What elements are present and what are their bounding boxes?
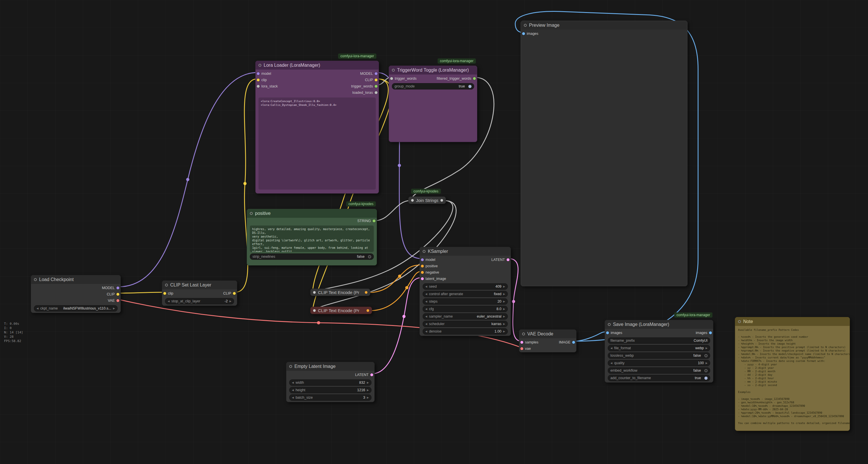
input-port-positive[interactable] [421, 265, 424, 267]
input-port-images[interactable] [522, 32, 525, 35]
node-title-bar[interactable]: positive [247, 209, 377, 218]
output-port-conditioning[interactable] [365, 291, 367, 294]
combo-right-arrow-icon[interactable]: ▶ [706, 362, 708, 365]
embed-workflow-toggle-widget[interactable]: embed_workflowfalse [608, 367, 710, 374]
input-port-model[interactable] [257, 72, 259, 75]
combo-right-arrow-icon[interactable]: ▶ [503, 330, 505, 333]
node-graph-canvas[interactable]: T: 0.00s I: 0 N: 14 [14] V: 28 FPS:58.82… [0, 0, 868, 464]
toggle-off-icon[interactable] [368, 255, 371, 258]
combo-left-arrow-icon[interactable]: ◀ [425, 293, 427, 295]
node-preview-image[interactable]: Preview Image images [521, 21, 687, 286]
toggle-on-icon[interactable] [468, 85, 471, 88]
output-port-clip[interactable] [375, 79, 377, 81]
node-vae-decode[interactable]: VAE Decode samples IMAGE vae [519, 329, 577, 352]
input-port-images[interactable] [606, 331, 609, 334]
output-port-clip[interactable] [233, 292, 236, 295]
file-format-widget[interactable]: ◀file_formatwebp▶ [608, 345, 710, 351]
output-port-model[interactable] [375, 72, 377, 75]
combo-right-arrow-icon[interactable]: ▶ [503, 308, 505, 310]
output-port-images[interactable] [709, 331, 712, 334]
combo-left-arrow-icon[interactable]: ◀ [425, 323, 427, 325]
node-title-bar[interactable]: Preview Image [521, 21, 687, 30]
node-triggerword-toggle[interactable]: TriggerWord Toggle (LoraManager) trigger… [389, 65, 477, 142]
collapse-dot-icon[interactable] [34, 278, 37, 281]
combo-left-arrow-icon[interactable]: ◀ [610, 347, 612, 349]
input-port-model[interactable] [421, 258, 424, 261]
combo-right-arrow-icon[interactable]: ▶ [367, 389, 369, 392]
combo-right-arrow-icon[interactable]: ▶ [367, 381, 369, 384]
ckpt-name-widget[interactable]: ◀ ckpt_name ilwaiNSFWIllustrious_v110.s.… [34, 305, 118, 312]
output-port-vae[interactable] [117, 299, 119, 302]
input-port-clip[interactable] [163, 292, 166, 295]
output-port-image[interactable] [572, 341, 575, 344]
lora-text-area[interactable]: <lora:CreateConcept_Illustrious:0.8> <lo… [258, 97, 376, 190]
combo-left-arrow-icon[interactable]: ◀ [425, 300, 427, 303]
input-port-lora-stack[interactable] [257, 85, 259, 88]
combo-right-arrow-icon[interactable]: ▶ [503, 300, 505, 303]
stop-at-clip-layer-widget[interactable]: ◀ stop_at_clip_layer -2 ▶ [165, 298, 234, 304]
node-save-image[interactable]: Save Image (LoraManager) images images f… [604, 320, 713, 383]
output-port-latent[interactable] [506, 258, 509, 261]
collapse-dot-icon[interactable] [258, 64, 261, 67]
toggle-off-icon[interactable] [704, 354, 708, 357]
combo-left-arrow-icon[interactable]: ◀ [610, 362, 612, 365]
collapse-dot-icon[interactable] [738, 320, 741, 323]
input-port[interactable] [313, 309, 316, 312]
combo-left-arrow-icon[interactable]: ◀ [425, 315, 427, 318]
combo-left-arrow-icon[interactable]: ◀ [167, 300, 169, 302]
collapse-dot-icon[interactable] [289, 365, 292, 368]
output-port-string[interactable] [373, 220, 375, 222]
batch-size-widget[interactable]: ◀batch_size3▶ [289, 395, 371, 401]
collapse-dot-icon[interactable] [524, 24, 527, 27]
input-port-clip[interactable] [257, 79, 259, 81]
combo-left-arrow-icon[interactable]: ◀ [425, 330, 427, 333]
toggle-off-icon[interactable] [704, 369, 708, 372]
output-port-trigger-words[interactable] [375, 85, 377, 88]
combo-right-arrow-icon[interactable]: ▶ [503, 285, 505, 288]
combo-left-arrow-icon[interactable]: ◀ [425, 285, 427, 288]
collapse-dot-icon[interactable] [392, 69, 395, 71]
output-port-model[interactable] [117, 287, 119, 289]
filename-prefix-widget[interactable]: filename_prefixComfyUI [608, 338, 710, 344]
combo-right-arrow-icon[interactable]: ▶ [706, 347, 708, 349]
collapse-dot-icon[interactable] [165, 284, 168, 287]
width-widget[interactable]: ◀width832▶ [289, 379, 371, 386]
input-port-vae[interactable] [520, 347, 523, 350]
output-port-conditioning[interactable] [367, 309, 369, 312]
input-port-samples[interactable] [520, 341, 523, 344]
scheduler-widget[interactable]: ◀schedulerkarras▶ [423, 321, 508, 327]
node-title-bar[interactable]: Empty Latent Image [286, 362, 374, 371]
node-positive-prompt[interactable]: positive STRING highres, very detailed, … [247, 209, 377, 265]
collapse-dot-icon[interactable] [250, 212, 253, 215]
add-counter-toggle-widget[interactable]: add_counter_to_filenametrue [608, 375, 710, 381]
node-ksampler[interactable]: KSampler model LATENT positive negative … [420, 247, 511, 336]
combo-right-arrow-icon[interactable]: ▶ [367, 397, 369, 399]
node-join-strings[interactable]: Join Strings [408, 197, 446, 204]
output-port-latent[interactable] [370, 373, 373, 376]
node-title-bar[interactable]: KSampler [420, 247, 510, 256]
combo-left-arrow-icon[interactable]: ◀ [292, 381, 294, 384]
quality-widget[interactable]: ◀quality100▶ [608, 360, 710, 366]
toggle-on-icon[interactable] [704, 377, 708, 380]
node-lora-loader[interactable]: Lora Loader (LoraManager) model MODEL cl… [255, 61, 379, 194]
node-clip-text-encode-positive[interactable]: CLIP Text Encode (Pr [310, 289, 370, 296]
denoise-widget[interactable]: ◀denoise1.00▶ [423, 328, 508, 335]
prompt-text-area[interactable]: highres, very detailed, amazing quality,… [250, 226, 374, 252]
node-empty-latent-image[interactable]: Empty Latent Image LATENT ◀width832▶ ◀he… [286, 362, 375, 402]
node-title-bar[interactable]: Lora Loader (LoraManager) [256, 61, 379, 69]
group-mode-toggle-widget[interactable]: group_mode true [392, 83, 474, 89]
lossless-webp-toggle-widget[interactable]: lossless_webpfalse [608, 352, 710, 359]
node-load-checkpoint[interactable]: Load Checkpoint MODEL CLIP VAE ◀ ckpt_na… [31, 275, 121, 313]
node-clip-text-encode-negative[interactable]: CLIP Text Encode (Pr [310, 307, 372, 314]
node-title-bar[interactable]: VAE Decode [519, 330, 576, 338]
seed-widget[interactable]: ◀seed409▶ [423, 283, 508, 290]
input-port[interactable] [411, 199, 414, 202]
node-note[interactable]: Note Available filename_prefix Pattern C… [735, 317, 850, 431]
output-port-clip[interactable] [117, 293, 119, 296]
output-port[interactable] [440, 199, 443, 202]
collapse-dot-icon[interactable] [423, 250, 426, 253]
node-title-bar[interactable]: TriggerWord Toggle (LoraManager) [389, 66, 477, 75]
collapse-dot-icon[interactable] [522, 332, 525, 336]
combo-right-arrow-icon[interactable]: ▶ [503, 323, 505, 325]
combo-right-arrow-icon[interactable]: ▶ [503, 315, 505, 318]
